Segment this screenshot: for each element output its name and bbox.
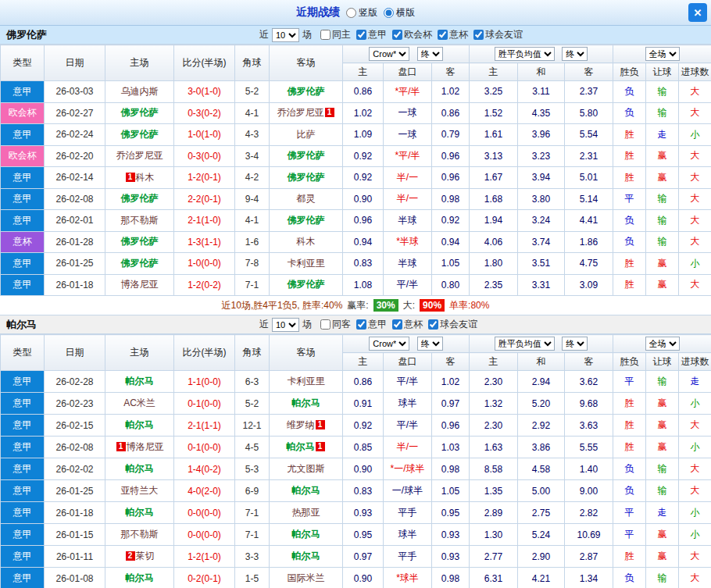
team-link[interactable]: 国际米兰	[288, 572, 325, 583]
team-link[interactable]: 帕尔马	[126, 376, 154, 387]
result-cell: 胜	[613, 415, 646, 437]
team-link[interactable]: 佛罗伦萨	[288, 279, 325, 290]
team-link[interactable]: 帕尔马	[126, 419, 154, 430]
asia-time-select[interactable]: 终	[417, 47, 443, 61]
eu-away-odds-cell: 2.37	[565, 81, 613, 103]
team-link[interactable]: 乔治罗尼亚	[116, 150, 163, 161]
team-link[interactable]: 那不勒斯	[121, 529, 159, 540]
layout-option-horizontal[interactable]: 横版	[384, 6, 415, 20]
checkbox-input[interactable]	[320, 319, 330, 330]
team-link[interactable]: 科木	[136, 172, 155, 183]
checkbox-input[interactable]	[473, 30, 484, 40]
filter-checkbox-同客[interactable]: 同客	[320, 318, 351, 331]
score-cell: 0-0(0-0)	[174, 524, 235, 546]
team-link[interactable]: 帕尔马	[292, 529, 320, 540]
sub-header-eu-draw: 和	[518, 353, 565, 371]
team-link[interactable]: 尤文图斯	[288, 463, 325, 474]
team-link[interactable]: 佛罗伦萨	[121, 193, 159, 204]
europe-time-select[interactable]: 终	[562, 337, 588, 351]
europe-mode-select[interactable]: 胜平负均值	[495, 337, 555, 351]
team-link[interactable]: 佛罗伦萨	[288, 150, 325, 161]
team-link[interactable]: 佛罗伦萨	[288, 215, 325, 226]
scope-select[interactable]: 全场	[645, 47, 680, 61]
team-link[interactable]: 亚特兰大	[121, 485, 159, 496]
results-table: 类型 日期 主场 比分(半场) 角球 客场 Crow* 终 胜平负均值 终	[0, 45, 711, 296]
team-link[interactable]: 卡利亚里	[288, 258, 325, 269]
team-link[interactable]: 帕尔马	[126, 463, 154, 474]
checkbox-input[interactable]	[356, 30, 366, 40]
filter-checkbox-意杯[interactable]: 意杯	[438, 28, 468, 41]
checkbox-input[interactable]	[392, 30, 402, 40]
filter-checkbox-意甲[interactable]: 意甲	[356, 318, 387, 331]
checkbox-input[interactable]	[356, 319, 366, 330]
result-cell: 胜	[613, 145, 646, 167]
radio-horizontal-input[interactable]	[384, 8, 394, 18]
europe-mode-select[interactable]: 胜平负均值	[495, 47, 555, 61]
team-link[interactable]: 佛罗伦萨	[121, 107, 159, 118]
filter-checkbox-球会友谊[interactable]: 球会友谊	[428, 318, 477, 331]
checkbox-input[interactable]	[438, 30, 448, 40]
team-link[interactable]: 帕尔马	[292, 485, 320, 496]
bookmaker-select[interactable]: Crow*	[369, 337, 409, 351]
filter-checkbox-意甲[interactable]: 意甲	[356, 28, 387, 41]
team-link[interactable]: 莱切	[136, 551, 155, 561]
team-link[interactable]: 帕尔马	[126, 572, 154, 583]
let-result-cell: 赢	[646, 253, 679, 275]
team-link[interactable]: 博洛尼亚	[127, 441, 164, 452]
team-link[interactable]: 博洛尼亚	[121, 279, 159, 290]
close-button[interactable]: ✕	[688, 3, 707, 22]
result-cell: 负	[613, 480, 646, 502]
checkbox-input[interactable]	[428, 319, 438, 330]
home-team-cell: 佛罗伦萨	[105, 124, 174, 146]
handicap-cell: 一/球半	[384, 480, 432, 502]
home-team-cell: 1科木	[105, 167, 174, 189]
filter-checkbox-欧会杯[interactable]: 欧会杯	[392, 28, 432, 41]
team-link[interactable]: 乔治罗尼亚	[277, 107, 324, 118]
team-link[interactable]: 都灵	[297, 193, 316, 204]
asia-odds-group: Crow* 终	[343, 45, 470, 63]
team-link[interactable]: 帕尔马	[126, 507, 154, 518]
asia-away-odds-cell: 0.79	[432, 124, 470, 146]
eu-draw-odds-cell: 5.20	[518, 393, 565, 415]
score-cell: 1-2(0-2)	[174, 274, 235, 296]
team-link[interactable]: 卡利亚里	[288, 376, 325, 387]
team-link[interactable]: 那不勒斯	[121, 215, 159, 226]
col-header-corner: 角球	[235, 45, 270, 81]
league-type-cell: 意甲	[1, 393, 45, 415]
asia-time-select[interactable]: 终	[417, 337, 443, 351]
team-link[interactable]: 科木	[297, 236, 316, 247]
team-link[interactable]: 佛罗伦萨	[121, 129, 159, 140]
team-link[interactable]: 帕尔马	[292, 397, 320, 408]
team-link[interactable]: 佛罗伦萨	[288, 86, 325, 97]
team-link[interactable]: 佛罗伦萨	[288, 172, 325, 183]
europe-time-select[interactable]: 终	[562, 47, 588, 61]
radio-vertical-input[interactable]	[346, 8, 356, 18]
scope-select[interactable]: 全场	[645, 337, 680, 351]
team-link[interactable]: 比萨	[297, 129, 316, 140]
eu-draw-odds-cell: 5.00	[518, 480, 565, 502]
layout-option-vertical[interactable]: 竖版	[346, 6, 377, 20]
team-link[interactable]: AC米兰	[123, 397, 155, 408]
team-link[interactable]: 乌迪内斯	[121, 86, 159, 97]
score-cell: 0-1(0-0)	[174, 437, 235, 458]
match-count-select[interactable]: 10	[272, 28, 299, 42]
handicap-cell: 半/一	[384, 188, 432, 210]
team-link[interactable]: 帕尔马	[287, 441, 315, 452]
team-link[interactable]: 佛罗伦萨	[121, 258, 159, 269]
team-link[interactable]: 热那亚	[292, 507, 320, 518]
eu-draw-odds-cell: 4.58	[518, 458, 565, 480]
bookmaker-select[interactable]: Crow*	[369, 47, 409, 61]
team-link[interactable]: 帕尔马	[292, 551, 320, 561]
match-count-select[interactable]: 10	[272, 318, 299, 332]
team-link[interactable]: 佛罗伦萨	[121, 236, 159, 247]
filter-checkbox-意杯[interactable]: 意杯	[392, 318, 423, 331]
team-link[interactable]: 维罗纳	[287, 419, 315, 430]
sub-header-asia-away: 客	[432, 353, 470, 371]
filter-checkbox-同主[interactable]: 同主	[320, 28, 351, 41]
col-header-date: 日期	[45, 335, 105, 371]
match-row: 意甲26-01-25佛罗伦萨1-0(0-0)7-8卡利亚里0.83半球1.051…	[1, 253, 711, 275]
filter-checkbox-球会友谊[interactable]: 球会友谊	[473, 28, 523, 41]
eu-home-odds-cell: 1.68	[470, 188, 518, 210]
checkbox-input[interactable]	[320, 30, 330, 40]
checkbox-input[interactable]	[392, 319, 402, 330]
